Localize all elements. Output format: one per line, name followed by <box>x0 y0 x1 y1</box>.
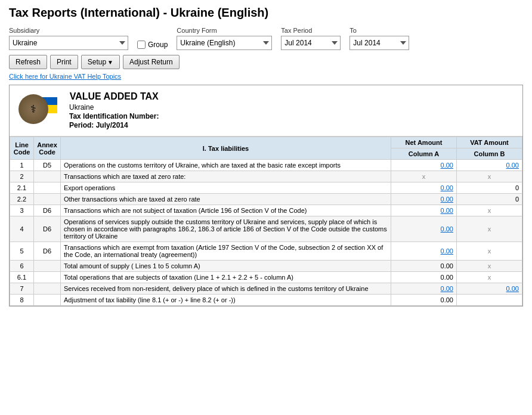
cell-line: 6.1 <box>10 272 34 283</box>
cell-desc: Transactions which are taxed at zero rat… <box>61 171 391 182</box>
cell-net: 0.00 <box>391 261 457 272</box>
cell-vat: 0 <box>457 194 522 205</box>
cell-desc: Other transactions which are taxed at ze… <box>61 194 391 205</box>
report-subtitle3: Period: July/2014 <box>69 121 159 129</box>
cell-annex <box>34 295 61 306</box>
table-row: 2.2Other transactions which are taxed at… <box>10 194 522 205</box>
report-title-area: VALUE ADDED TAX Ukraine Tax Identificati… <box>69 91 159 130</box>
page-title: Tax Reports (International) - Ukraine (E… <box>9 6 523 20</box>
cell-vat: x <box>457 205 522 216</box>
cell-vat: x <box>457 216 522 242</box>
group-label: Group <box>148 41 168 49</box>
table-row: 6.1Total operations that are subjects of… <box>10 272 522 283</box>
cell-vat <box>457 295 522 306</box>
adjust-return-button[interactable]: Adjust Return <box>123 55 180 69</box>
cell-line: 2 <box>10 171 34 182</box>
cell-annex <box>34 261 61 272</box>
cell-line: 6 <box>10 261 34 272</box>
cell-net: x <box>391 171 457 182</box>
net-link[interactable]: 0.00 <box>441 207 453 214</box>
cell-net[interactable]: 0.00 <box>391 205 457 216</box>
to-group: To Jul 2014 <box>349 27 409 50</box>
table-row: 2.1Export operations0.000 <box>10 182 522 194</box>
country-form-label: Country Form <box>177 27 272 34</box>
cell-line: 1 <box>10 160 34 171</box>
cell-annex: D6 <box>34 242 61 261</box>
cell-annex: D6 <box>34 216 61 242</box>
setup-button[interactable]: Setup ▼ <box>81 55 120 69</box>
cell-line: 5 <box>10 242 34 261</box>
country-form-select[interactable]: Ukraine (English) <box>177 36 272 50</box>
table-row: 7Services received from non-resident, de… <box>10 283 522 295</box>
cell-vat[interactable]: 0.00 <box>457 160 522 171</box>
cell-net[interactable]: 0.00 <box>391 283 457 295</box>
report-header: ⚕ VALUE ADDED TAX Ukraine Tax Identifica… <box>10 85 522 137</box>
cell-desc: Transactions which are not subject of ta… <box>61 205 391 216</box>
subsidiary-select[interactable]: Ukraine <box>9 36 128 50</box>
cell-line: 2.2 <box>10 194 34 205</box>
cell-desc: Transactions which are exempt from taxat… <box>61 242 391 261</box>
table-row: 4D6Operations of services supply outside… <box>10 216 522 242</box>
table-row: 1D5Operations on the customs territory o… <box>10 160 522 171</box>
th-net-amount: Net Amount <box>391 137 457 148</box>
subsidiary-group: Subsidiary Ukraine <box>9 27 128 50</box>
cell-net: 0.00 <box>391 272 457 283</box>
net-link[interactable]: 0.00 <box>441 162 453 169</box>
cell-annex: D5 <box>34 160 61 171</box>
net-link[interactable]: 0.00 <box>441 196 453 203</box>
cell-vat: x <box>457 242 522 261</box>
to-select[interactable]: Jul 2014 <box>349 36 409 50</box>
cell-line: 7 <box>10 283 34 295</box>
cell-annex <box>34 272 61 283</box>
group-checkbox[interactable] <box>137 41 146 49</box>
table-row: 3D6Transactions which are not subject of… <box>10 205 522 216</box>
cell-net[interactable]: 0.00 <box>391 216 457 242</box>
table-row: 6Total amount of supply ( Lines 1 to 5 c… <box>10 261 522 272</box>
report-subtitle1: Ukraine <box>69 103 159 112</box>
refresh-button[interactable]: Refresh <box>9 55 47 69</box>
cell-desc: Adjustment of tax liability (line 8.1 (+… <box>61 295 391 306</box>
th-annex-code: Annex Code <box>34 137 61 160</box>
help-link[interactable]: Click here for Ukraine VAT Help Topics <box>9 73 523 80</box>
print-button[interactable]: Print <box>50 55 78 69</box>
cell-vat: x <box>457 272 522 283</box>
report-main-title: VALUE ADDED TAX <box>69 91 159 102</box>
th-vat-amount: VAT Amount <box>457 137 522 148</box>
cell-net[interactable]: 0.00 <box>391 194 457 205</box>
vat-link[interactable]: 0.00 <box>506 285 519 292</box>
report-container: ⚕ VALUE ADDED TAX Ukraine Tax Identifica… <box>9 85 523 306</box>
report-logo: ⚕ <box>18 94 60 127</box>
cell-annex: D6 <box>34 205 61 216</box>
net-link[interactable]: 0.00 <box>441 225 453 233</box>
cell-desc: Operations of services supply outside th… <box>61 216 391 242</box>
net-link[interactable]: 0.00 <box>441 184 453 191</box>
cell-net: 0.00 <box>391 295 457 306</box>
th-col-a: Column A <box>391 148 457 160</box>
cell-annex <box>34 182 61 194</box>
th-section: I. Tax liabilities <box>61 137 391 160</box>
cell-vat: x <box>457 261 522 272</box>
cell-desc: Operations on the customs territory of U… <box>61 160 391 171</box>
th-col-b: Column B <box>457 148 522 160</box>
cell-vat: 0 <box>457 182 522 194</box>
country-form-group: Country Form Ukraine (English) <box>177 27 272 50</box>
tax-period-select[interactable]: Jul 2014 <box>281 36 341 50</box>
tax-table: Line Code Annex Code I. Tax liabilities … <box>10 137 522 306</box>
cell-net[interactable]: 0.00 <box>391 160 457 171</box>
cell-desc: Total operations that are subjects of ta… <box>61 272 391 283</box>
report-subtitle2: Tax Identification Number: <box>69 112 159 120</box>
net-link[interactable]: 0.00 <box>441 285 453 292</box>
cell-desc: Export operations <box>61 182 391 194</box>
th-line-code: Line Code <box>10 137 34 160</box>
cell-net[interactable]: 0.00 <box>391 182 457 194</box>
cell-vat[interactable]: 0.00 <box>457 283 522 295</box>
table-row: 8Adjustment of tax liability (line 8.1 (… <box>10 295 522 306</box>
vat-link[interactable]: 0.00 <box>506 162 519 169</box>
cell-line: 4 <box>10 216 34 242</box>
cell-line: 8 <box>10 295 34 306</box>
cell-vat: x <box>457 171 522 182</box>
setup-arrow-icon: ▼ <box>107 59 113 66</box>
net-link[interactable]: 0.00 <box>441 247 453 255</box>
table-row: 5D6Transactions which are exempt from ta… <box>10 242 522 261</box>
cell-net[interactable]: 0.00 <box>391 242 457 261</box>
